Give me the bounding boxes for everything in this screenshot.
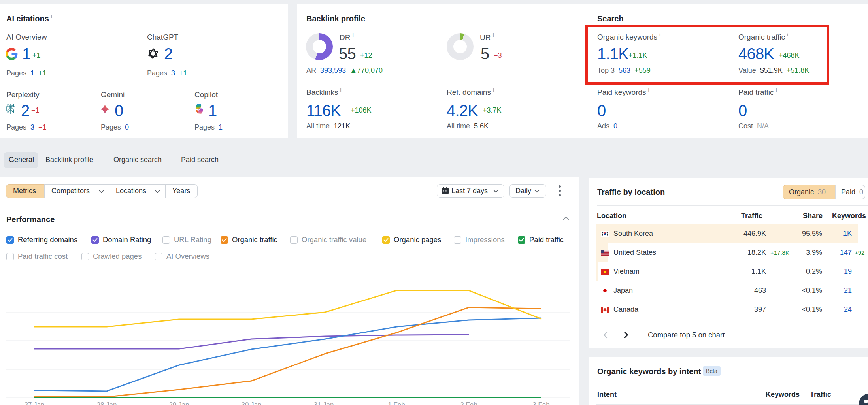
svg-text:2 Feb: 2 Feb (460, 401, 477, 405)
svg-text:28 Jan: 28 Jan (96, 401, 117, 405)
svg-text:27 Jan: 27 Jan (24, 401, 44, 405)
svg-text:1 Feb: 1 Feb (388, 401, 405, 405)
svg-text:29 Jan: 29 Jan (169, 401, 189, 405)
svg-text:31 Jan: 31 Jan (313, 401, 334, 405)
svg-text:3 Feb: 3 Feb (532, 401, 549, 405)
svg-text:30 Jan: 30 Jan (241, 401, 261, 405)
